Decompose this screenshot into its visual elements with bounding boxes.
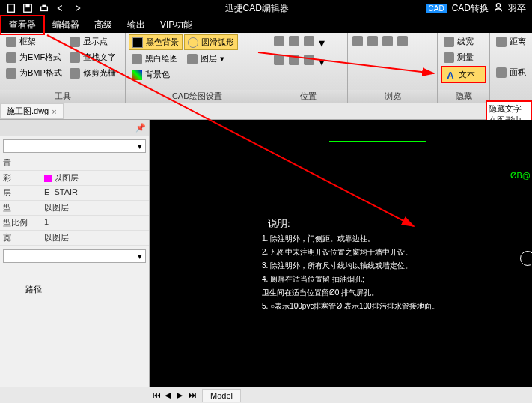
pos-icon-1[interactable] <box>274 36 284 46</box>
circle-annotation <box>520 251 532 266</box>
ribbon-group-position: ▾ ▾ 位置 <box>269 33 348 103</box>
bmp-button[interactable]: 为BMP格式 <box>3 66 65 80</box>
prop-row-scale[interactable]: 型比例1 <box>0 216 149 231</box>
group-position-label: 位置 <box>269 90 347 103</box>
panel-dropdown-2[interactable]: ▾ <box>3 249 146 263</box>
ribbon-group-browse: 浏览 <box>348 33 438 103</box>
ribbon: 框架 为EMF格式 为BMP格式 显示点 查找文字 修剪光栅 工具 黑色背景 黑… <box>0 33 532 103</box>
area-button[interactable]: 面积 <box>493 65 529 79</box>
frame-button[interactable]: 框架 <box>3 34 65 49</box>
user-icon[interactable] <box>493 2 504 15</box>
showpoint-button[interactable]: 显示点 <box>67 34 119 49</box>
cad-convert-button[interactable]: CAD转换 <box>452 2 489 15</box>
text-button[interactable]: A文本 <box>441 66 486 83</box>
titlebar: 迅捷CAD编辑器 CAD CAD转换 羽卒 <box>0 0 532 16</box>
nav-first-icon[interactable]: ⏮ <box>153 390 163 400</box>
ribbon-group-tools: 框架 为EMF格式 为BMP格式 显示点 查找文字 修剪光栅 工具 <box>0 33 126 103</box>
chevron-down-icon: ▾ <box>138 252 142 261</box>
menu-output[interactable]: 输出 <box>120 16 153 34</box>
emf-label: 为EMF格式 <box>19 52 61 63</box>
pos-icon-4[interactable] <box>274 55 284 65</box>
panel-dropdown[interactable]: ▾ <box>3 139 146 153</box>
save-icon[interactable] <box>22 3 33 13</box>
nav-first-icon[interactable] <box>352 36 363 46</box>
document-tab[interactable]: 施工图.dwg × <box>0 103 64 119</box>
trimcursor-button[interactable]: 修剪光栅 <box>67 66 119 80</box>
bwdraw-button[interactable]: 黑白绘图 <box>129 52 183 66</box>
bgcolor-label: 背景色 <box>145 69 170 80</box>
smootharc-label: 圆滑弧形 <box>201 37 234 48</box>
panel-path-area: 路径 <box>0 266 149 387</box>
redo-icon[interactable] <box>72 3 82 13</box>
nav-last-icon[interactable]: ⏭ <box>189 390 199 400</box>
pin-icon[interactable]: 📌 <box>135 123 146 133</box>
model-tab[interactable]: Model <box>202 389 241 402</box>
color-swatch-icon <box>44 175 52 182</box>
findtext-button[interactable]: 查找文字 <box>67 50 119 64</box>
distance-icon <box>496 37 507 47</box>
main-area: 📌 ▾ 置 彩以图层 层E_STAIR 型以图层 型比例1 宽以图层 ▾ 路径 … <box>0 120 532 387</box>
chevron-down-icon: ▾ <box>138 142 142 151</box>
nav-next-icon[interactable] <box>382 36 393 46</box>
menubar: 查看器 编辑器 高级 输出 VIP功能 <box>0 16 532 33</box>
cad-badge-icon: CAD <box>426 4 447 13</box>
prop-row-layer[interactable]: 层E_STAIR <box>0 186 149 201</box>
findtext-icon <box>70 52 80 63</box>
menu-advanced[interactable]: 高级 <box>87 16 120 34</box>
bottom-tabs: ⏮ ◀ ▶ ⏭ Model <box>0 387 532 403</box>
linewidth-button[interactable]: 线宽 <box>441 34 486 49</box>
nav-last-icon[interactable] <box>397 36 408 46</box>
new-file-icon[interactable] <box>6 3 16 13</box>
group-hide-label: 隐藏 <box>438 90 489 103</box>
emf-button[interactable]: 为EMF格式 <box>3 50 65 64</box>
explain-list: 1. 除注明外，门侧距。或靠边柱。 2. 凡图中未注明开设位置之窗均于墙中开设。… <box>262 234 439 315</box>
explain-item-5: 5. ○表示100pvc排寒管Ø 表示100排污排水管接地面。 <box>262 301 439 312</box>
titlebar-quick-access <box>0 3 88 13</box>
blackbg-label: 黑色背景 <box>146 37 179 48</box>
menu-vip[interactable]: VIP功能 <box>153 16 200 34</box>
zoom-out-icon[interactable] <box>304 55 314 65</box>
showpoint-label: 显示点 <box>83 36 108 47</box>
undo-icon[interactable] <box>55 3 66 13</box>
panel-properties: 置 彩以图层 层E_STAIR 型以图层 型比例1 宽以图层 <box>0 156 149 246</box>
ribbon-group-hide: 线宽 测量 A文本 隐藏 <box>438 33 490 103</box>
trimcursor-label: 修剪光栅 <box>83 67 116 79</box>
user-name[interactable]: 羽卒 <box>508 2 526 15</box>
chevron-down-icon[interactable]: ▾ <box>319 36 325 50</box>
chevron-down-icon[interactable]: ▾ <box>319 55 325 69</box>
ribbon-group-measure2: 距离 . 面积 <box>490 33 532 103</box>
bgcolor-button[interactable]: 背景色 <box>129 67 183 82</box>
menu-viewer[interactable]: 查看器 <box>0 15 45 35</box>
close-icon[interactable]: × <box>52 107 56 116</box>
prop-row-position: 置 <box>0 156 149 171</box>
prop-row-color[interactable]: 彩以图层 <box>0 171 149 186</box>
blackbg-button[interactable]: 黑色背景 <box>129 34 183 50</box>
print-icon[interactable] <box>39 3 49 13</box>
drawing-canvas[interactable]: ØB@ 说明: 1. 除注明外，门侧距。或靠边柱。 2. 凡图中未注明开设位置之… <box>150 120 532 387</box>
trimcursor-icon <box>70 68 80 79</box>
prop-row-lineweight[interactable]: 宽以图层 <box>0 231 149 246</box>
explain-item-4a: 4. 厕屏在适当位置留 抽油烟孔; <box>262 274 439 285</box>
measure-label: 测量 <box>457 52 474 63</box>
measure-icon <box>444 52 454 63</box>
area-label: 面积 <box>510 67 526 78</box>
svg-rect-3 <box>41 7 48 10</box>
showpoint-icon <box>70 37 80 47</box>
green-annotation: ØB@ <box>510 171 531 180</box>
svg-rect-2 <box>25 4 29 7</box>
menu-editor[interactable]: 编辑器 <box>45 16 87 34</box>
pos-icon-5[interactable] <box>289 55 299 65</box>
panel-header: 📌 <box>0 120 149 136</box>
zoom-in-icon[interactable] <box>304 36 314 46</box>
measure-button[interactable]: 测量 <box>441 50 486 64</box>
nav-prev-icon[interactable]: ◀ <box>165 390 175 400</box>
smootharc-button[interactable]: 圆滑弧形 <box>184 34 238 50</box>
nav-prev-icon[interactable] <box>367 36 378 46</box>
distance-button[interactable]: 距离 <box>493 34 529 49</box>
layer-button[interactable]: 图层▾ <box>184 52 238 66</box>
pos-icon-2[interactable] <box>289 36 299 46</box>
linewidth-icon <box>444 37 454 47</box>
explain-item-1: 1. 除注明外，门侧距。或靠边柱。 <box>262 234 439 244</box>
prop-row-linetype[interactable]: 型以图层 <box>0 201 149 216</box>
nav-next-icon[interactable]: ▶ <box>177 390 187 400</box>
